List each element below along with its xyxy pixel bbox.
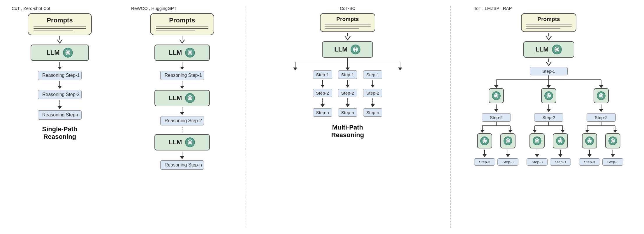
rewoo-label: ReWOO , HuggingGPT [131, 6, 177, 11]
section-divider-2 [450, 6, 451, 228]
llm-box-2c: LLM [154, 134, 210, 150]
tot-label: ToT , LMZSP , RAP [474, 6, 512, 11]
arrow-1b [58, 62, 62, 70]
s4-llm-1 [489, 88, 504, 103]
svg-marker-17 [398, 68, 402, 70]
svg-point-29 [495, 95, 497, 96]
prompts-line-1b [34, 28, 86, 29]
s3-p2-step2: Step-2 [338, 89, 357, 97]
multi-path-label: Multi-Path Reasoning [331, 124, 364, 139]
s4-llm-b2sp2 [553, 133, 568, 148]
svg-marker-23 [494, 85, 498, 88]
svg-point-5 [189, 97, 191, 99]
step-2-1: Reasoning Step-2 [38, 90, 82, 99]
arrow-3a [345, 33, 351, 40]
s4-b2-sp2-step3: Step-3 [550, 158, 571, 166]
s3-p2-arrow1 [346, 80, 350, 88]
cot-label: CoT , Zero-shot Cot [12, 6, 50, 11]
llm-box-2b: LLM [154, 90, 210, 106]
arrow-line-2c [182, 81, 182, 86]
prompts-box-1: Prompts [28, 13, 92, 35]
arrow-2c [180, 81, 184, 89]
llm-box-2a: LLM [154, 45, 210, 61]
llm-icon-4 [552, 44, 562, 55]
svg-marker-13 [293, 68, 297, 70]
s4-b2-sp1-step3: Step-3 [527, 158, 548, 166]
prompts-line-4b [526, 26, 572, 26]
s4-llm-icon-sp2 [503, 136, 513, 146]
llm-label-2b: LLM [169, 94, 182, 102]
svg-point-9 [355, 49, 356, 50]
arrow-stem-3a [347, 33, 348, 36]
s4-step1: Step-1 [530, 67, 568, 75]
s4-branch-svg-1 [473, 122, 520, 133]
svg-marker-47 [561, 130, 565, 133]
arrow-line-2b [182, 62, 182, 67]
arrow-2e [180, 152, 184, 159]
llm-label-2c: LLM [169, 139, 182, 146]
svg-point-61 [589, 140, 590, 141]
s3-path-1: Step-1 Step-2 Step-n [313, 70, 332, 117]
s3-p1-step2: Step-2 [313, 89, 332, 97]
arrow-4a [546, 33, 552, 40]
s4-llm-sp1 [477, 133, 492, 148]
s3-p3-stepn: Step-n [363, 108, 382, 117]
arrow-stem-2a [182, 36, 182, 40]
prompts-line-2c [156, 31, 195, 31]
s4-b3-sp1: Step-3 [579, 133, 600, 166]
arrow-2d [180, 107, 184, 115]
llm-icon-2b [185, 93, 195, 103]
s2-column: Prompts LLM [122, 13, 242, 170]
s4-b3-step2: Step-2 [587, 113, 616, 122]
svg-point-41 [548, 95, 549, 96]
dotted-head-1 [58, 106, 62, 109]
s4-llm-icon-b3sp1 [585, 136, 594, 146]
s4-branch-2: Step-2 [525, 88, 572, 166]
s3-p3-dotted [371, 98, 375, 107]
s4-branch-svg-2 [525, 122, 572, 133]
step-n-2: Reasoning Step-n [160, 160, 204, 170]
s4-llm-icon-sp1 [480, 136, 489, 146]
s4-branch-svg-3b [578, 122, 624, 133]
llm-icon-2c [185, 137, 195, 148]
prompts-line-1a [34, 26, 86, 26]
dots-arrow-1 [58, 100, 62, 109]
prompts-box-2: Prompts [150, 13, 214, 35]
section-rewoo: ReWOO , HuggingGPT Prompts LLM [122, 6, 242, 228]
section-cot: CoT , Zero-shot Cot Prompts LLM [3, 6, 117, 228]
s4-b1-arrow1 [494, 104, 498, 112]
s4-llm-icon-1 [492, 91, 501, 100]
s4-llm-icon-2 [544, 91, 553, 100]
s3-p2-step1: Step-1 [338, 70, 357, 79]
prompts-line-2b [156, 28, 208, 29]
branch-svg-4a [467, 75, 630, 88]
branch-svg-3 [266, 58, 429, 70]
step-n-1: Reasoning Step-n [38, 110, 82, 120]
s4-llm-icon-b3sp2 [608, 136, 617, 146]
prompts-line-4a [526, 24, 572, 24]
prompts-title-2: Prompts [169, 17, 195, 24]
svg-point-53 [600, 95, 602, 96]
step-1-2: Reasoning Step-1 [160, 71, 204, 80]
arrow-2a [179, 36, 185, 44]
prompts-line-1c [34, 31, 73, 31]
s4-b2-sp2: Step-3 [550, 133, 571, 166]
section-tot: ToT , LMZSP , RAP Prompts LLM [453, 6, 641, 228]
step-1-1: Reasoning Step-1 [38, 71, 82, 80]
svg-point-51 [559, 140, 561, 141]
llm-label-3: LLM [334, 46, 347, 53]
llm-label-1: LLM [46, 49, 59, 56]
s4-llm-2 [541, 88, 556, 103]
s4-b3-sp2: Step-3 [602, 133, 623, 166]
main-diagram: CoT , Zero-shot Cot Prompts LLM [0, 0, 644, 234]
s3-p2-dotted [346, 98, 350, 107]
svg-marker-15 [346, 68, 350, 70]
cotsc-label: CoT-SC [340, 6, 355, 11]
s4-b1-sp2-arrow [506, 150, 510, 157]
s4-branch-3: Step-2 [578, 88, 624, 166]
step-2-2: Reasoning Step-2 [160, 116, 204, 125]
arrow-head-2d [180, 112, 184, 115]
s3-path-2: Step-1 Step-2 Step-n [338, 70, 357, 117]
s4-b2-arrow1 [547, 104, 551, 112]
prompts-title-3: Prompts [336, 16, 359, 22]
